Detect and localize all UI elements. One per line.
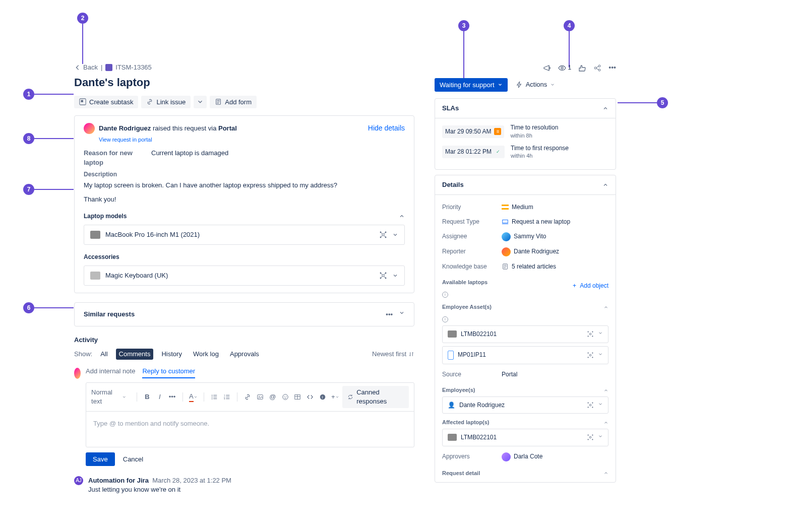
mention-icon[interactable]: @ [267, 391, 278, 403]
asset-row[interactable]: 👤Dante Rodriguez [442, 396, 608, 414]
create-subtask-button[interactable]: Create subtask [74, 96, 138, 108]
avatar [502, 232, 511, 241]
asset-row[interactable]: LTMB022101 [442, 429, 608, 446]
similar-requests-heading: Similar requests [84, 310, 135, 319]
details-panel-toggle[interactable]: Details [435, 175, 616, 195]
chevron-down-icon[interactable] [392, 232, 398, 238]
kb-field[interactable]: 5 related articles [502, 262, 556, 271]
add-form-button[interactable]: Add form [210, 96, 257, 108]
actions-dropdown[interactable]: Actions [512, 77, 560, 92]
refresh-icon [347, 393, 353, 401]
chevron-down-icon[interactable] [598, 434, 603, 439]
collapse-affected[interactable] [603, 420, 608, 425]
link-icon[interactable] [242, 391, 253, 403]
more-icon[interactable]: ••• [386, 310, 393, 319]
asset-row[interactable]: MP01IP11 [442, 346, 608, 364]
svg-rect-31 [503, 220, 508, 223]
asset-row[interactable]: MacBook Pro 16-inch M1 (2021) [84, 225, 405, 245]
text-color-icon[interactable]: A [188, 391, 199, 403]
numbered-list-icon[interactable]: 123 [221, 391, 232, 403]
issue-key-link[interactable]: ITSM-13365 [105, 63, 152, 72]
cancel-button[interactable]: Cancel [120, 452, 146, 466]
collapse-employee-assets[interactable] [603, 305, 608, 310]
link-issue-button[interactable]: Link issue [141, 96, 191, 108]
tab-history[interactable]: History [158, 349, 185, 360]
chevron-down-icon[interactable] [399, 310, 405, 316]
sort-toggle[interactable]: Newest first [372, 350, 414, 359]
more-actions-icon[interactable]: ••• [608, 63, 616, 73]
graph-icon[interactable] [587, 352, 594, 359]
asset-row[interactable]: Magic Keyboard (UK) [84, 265, 405, 286]
chevron-down-icon[interactable] [598, 330, 603, 336]
callout-3: 3 [458, 20, 469, 31]
table-icon[interactable] [292, 391, 303, 403]
back-link[interactable]: Back [74, 63, 98, 72]
mode-internal-note[interactable]: Add internal note [86, 367, 135, 378]
tab-all[interactable]: All [97, 349, 110, 360]
svg-point-35 [592, 331, 593, 332]
collapse-laptop-models[interactable] [399, 213, 405, 219]
vote-icon[interactable] [578, 64, 586, 72]
comment-textarea[interactable]: Type @ to mention and notify someone. [86, 412, 414, 447]
svg-point-44 [588, 403, 589, 404]
info-icon[interactable]: i [442, 292, 448, 298]
priority-field[interactable]: Medium [502, 203, 533, 212]
assignee-field[interactable]: Sammy Vito [502, 232, 546, 241]
code-icon[interactable] [305, 391, 316, 403]
laptop-thumb-icon [90, 231, 100, 239]
tab-comments[interactable]: Comments [116, 349, 154, 360]
chevron-down-icon[interactable] [392, 273, 398, 279]
comment-body: Just letting you know we're on it [88, 485, 231, 494]
more-formatting-icon[interactable]: ••• [167, 391, 177, 403]
graph-icon[interactable] [379, 272, 387, 280]
svg-point-49 [588, 435, 589, 436]
chevron-down-icon[interactable] [598, 352, 603, 357]
canned-responses-button[interactable]: Canned responses [342, 386, 409, 408]
italic-icon[interactable]: I [154, 391, 165, 403]
bullet-list-icon[interactable] [209, 391, 219, 403]
image-icon[interactable] [255, 391, 266, 403]
svg-point-13 [212, 394, 213, 395]
issue-title[interactable]: Dante's laptop [74, 75, 414, 91]
graph-icon[interactable] [379, 231, 387, 239]
text-style-select[interactable]: Normal text [91, 388, 127, 406]
tab-worklog[interactable]: Work log [190, 349, 222, 360]
status-dropdown[interactable]: Waiting for support [435, 78, 508, 92]
info-panel-icon[interactable]: i [318, 391, 328, 403]
emoji-icon[interactable] [280, 391, 290, 403]
collapse-request-detail[interactable] [603, 471, 608, 476]
view-in-portal-link[interactable]: View request in portal [99, 136, 405, 144]
mode-reply-customer[interactable]: Reply to customer [142, 367, 195, 378]
svg-point-4 [380, 231, 382, 233]
feedback-icon[interactable] [543, 64, 551, 72]
svg-point-52 [592, 439, 593, 440]
add-object-button[interactable]: + Add object [573, 282, 608, 290]
graph-icon[interactable] [587, 434, 594, 441]
slas-panel-toggle[interactable]: SLAs [435, 99, 616, 118]
chevron-up-icon [602, 182, 608, 188]
graph-icon[interactable] [587, 402, 594, 409]
svg-point-23 [286, 396, 286, 396]
request-type-field[interactable]: Request a new laptop [502, 218, 570, 226]
watchers-button[interactable]: 1 [558, 63, 572, 72]
link-issue-dropdown[interactable] [194, 96, 207, 108]
tab-approvals[interactable]: Approvals [227, 349, 262, 360]
share-icon[interactable] [593, 64, 601, 72]
svg-point-39 [588, 352, 589, 353]
save-button[interactable]: Save [86, 452, 115, 466]
info-icon[interactable]: i [442, 316, 448, 322]
graph-icon[interactable] [587, 330, 594, 338]
svg-point-9 [380, 272, 382, 274]
svg-point-45 [592, 403, 593, 404]
collapse-employees[interactable] [603, 388, 608, 393]
chevron-down-icon[interactable] [598, 402, 603, 407]
reporter-field[interactable]: Dante Rodriguez [502, 247, 559, 256]
current-user-avatar [74, 368, 81, 379]
insert-more-icon[interactable]: + [330, 391, 340, 403]
hide-details-link[interactable]: Hide details [368, 123, 405, 134]
callout-8: 8 [23, 133, 34, 144]
asset-row[interactable]: LTMB022101 [442, 325, 608, 343]
svg-point-50 [592, 435, 593, 436]
bold-icon[interactable]: B [142, 391, 153, 403]
approvers-field[interactable]: Darla Cote [502, 452, 542, 461]
